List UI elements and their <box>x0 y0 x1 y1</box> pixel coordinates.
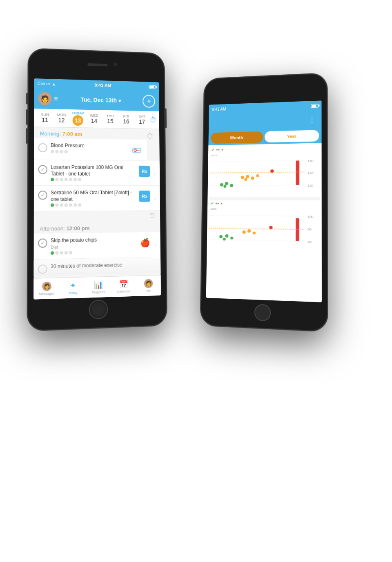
side-button-left-vol-down[interactable] <box>26 128 28 144</box>
tab-month[interactable]: Month <box>211 131 263 144</box>
task-sertraline[interactable]: Sertraline 50 MG Oral Tablet [Zoloft] - … <box>34 186 160 211</box>
back-status-time: 9:41 AM <box>212 107 226 111</box>
task-content-losartan: Losartan Potassium 100 MG Oral Tablet - … <box>51 164 135 181</box>
task-icon-bp <box>130 144 143 157</box>
schedule-clock-icon[interactable]: ⏱ <box>150 116 157 124</box>
date-fri[interactable]: FRI 16 <box>118 114 134 124</box>
home-button[interactable] <box>89 300 108 320</box>
task-check-chips[interactable] <box>38 239 47 248</box>
back-phone-home-button[interactable] <box>254 304 271 322</box>
progress-dots-chips <box>51 250 136 255</box>
svg-text:90: 90 <box>307 227 312 231</box>
dot-los-2 <box>55 178 58 181</box>
chart-bottom-label: sure <box>209 207 320 212</box>
svg-point-9 <box>241 176 244 179</box>
task-check-blood-pressure[interactable] <box>38 143 47 152</box>
svg-point-10 <box>246 175 249 178</box>
chevron-down-top: ▾ <box>221 148 223 152</box>
scene: 9:41 AM ⋮ Month Year <box>0 0 392 562</box>
rx-badge-sertraline: Rx <box>139 191 150 202</box>
status-time: 9:41 AM <box>95 83 111 88</box>
morning-clock-icon: ⏱ <box>147 132 154 141</box>
svg-point-8 <box>223 185 226 188</box>
chart-bottom-label-row: ✔ ●● ▾ <box>209 200 320 207</box>
bp-monitor-icon <box>131 144 142 156</box>
chevron-right-chips: › <box>155 242 157 248</box>
nav-messages-avatar: 👩 <box>42 282 51 291</box>
tab-year[interactable]: Year <box>265 130 319 142</box>
chevron-right-sertraline: › <box>154 195 156 202</box>
nav-me-label: Me <box>146 289 151 293</box>
task-subtitle-chips: Diet <box>51 244 136 250</box>
bottom-nav: 👩 Messages ✦ Today 📊 Progress 📅 Calendar… <box>33 275 161 300</box>
task-check-exercise[interactable] <box>38 264 47 274</box>
svg-line-0 <box>210 160 305 162</box>
side-button-left-vol-up[interactable] <box>26 109 28 125</box>
camera <box>114 62 117 66</box>
back-header: ⋮ <box>209 110 322 131</box>
progress-dots-sertraline <box>51 203 135 207</box>
avatar[interactable]: 🧑 <box>38 92 52 105</box>
back-tabs-row: Month Year <box>208 128 321 145</box>
task-content-sertraline: Sertraline 50 MG Oral Tablet [Zoloft] - … <box>51 190 135 207</box>
speaker <box>87 63 107 67</box>
side-button-left-mute[interactable] <box>26 93 28 104</box>
svg-point-23 <box>219 235 223 238</box>
nav-messages-label: Messages <box>39 291 55 295</box>
task-exercise[interactable]: 30 minutes of moderate exercise <box>34 257 161 276</box>
dot-bp-3 <box>60 150 63 153</box>
add-button[interactable]: + <box>143 95 155 108</box>
task-icon-losartan: Rx <box>138 165 151 178</box>
task-skip-chips[interactable]: Skip the potato chips Diet 🍎 › <box>34 232 160 260</box>
nav-messages[interactable]: 👩 Messages <box>33 281 60 296</box>
dot-los-6 <box>74 178 77 181</box>
nav-me[interactable]: 🧑 Me <box>136 279 161 293</box>
date-thu[interactable]: THU 15 <box>102 114 118 124</box>
dot-ser-6 <box>74 204 77 207</box>
progress-dots-losartan <box>51 178 135 181</box>
task-check-sertraline[interactable] <box>38 191 47 200</box>
svg-line-20 <box>209 240 305 241</box>
date-sat[interactable]: SAT 17 <box>134 114 150 125</box>
nav-progress-label: Progress <box>92 290 105 294</box>
date-wed[interactable]: WED 14 <box>86 113 102 124</box>
date-sun[interactable]: SUN 11 <box>37 112 53 123</box>
dot-los-7 <box>78 178 81 181</box>
svg-line-1 <box>209 173 305 173</box>
date-today[interactable]: TODAY 13 <box>70 111 86 126</box>
task-title-exercise: 30 minutes of moderate exercise <box>51 261 157 270</box>
nav-today[interactable]: ✦ Today <box>60 281 86 295</box>
dot-los-1 <box>51 178 54 181</box>
nav-progress[interactable]: 📊 Progress <box>86 280 111 294</box>
dot-chips-3 <box>60 251 63 254</box>
dot-ser-2 <box>55 204 58 207</box>
svg-line-4 <box>209 172 305 173</box>
task-check-losartan[interactable] <box>38 165 47 174</box>
date-mon[interactable]: MON 12 <box>53 113 69 124</box>
task-losartan[interactable]: Losartan Potassium 100 MG Oral Tablet - … <box>34 160 160 186</box>
nav-calendar[interactable]: 📅 Calendar <box>111 279 136 293</box>
svg-point-12 <box>256 174 259 177</box>
svg-line-19 <box>209 228 304 229</box>
svg-point-7 <box>230 184 233 187</box>
task-content-exercise: 30 minutes of moderate exercise <box>51 261 157 271</box>
hamburger-icon[interactable]: ≡ <box>54 95 58 102</box>
svg-rect-21 <box>296 218 299 241</box>
dot-bp-4 <box>65 150 68 153</box>
title-chevron: ▾ <box>118 98 121 104</box>
svg-point-25 <box>230 237 233 240</box>
back-menu-icon[interactable]: ⋮ <box>308 115 316 124</box>
dot-los-4 <box>65 178 68 181</box>
side-button-right[interactable] <box>165 108 167 128</box>
rx-badge-losartan: Rx <box>139 166 150 177</box>
progress-icon: 📊 <box>94 280 103 290</box>
back-chart-body: ✔ ●● ▾ sure <box>206 143 322 302</box>
task-title-losartan: Losartan Potassium 100 MG Oral Tablet - … <box>51 164 135 177</box>
task-blood-pressure[interactable]: Blood Pressure <box>34 138 147 161</box>
chart-bottom-plot: 100 90 80 <box>208 211 320 252</box>
phone-front: Carrier ▲ 9:41 AM 🧑 ≡ Tue, Dec 13th ▾ <box>27 48 167 331</box>
chart-divider <box>209 197 320 200</box>
svg-point-5 <box>220 183 223 187</box>
date-strip: SUN 11 MON 12 TODAY 13 WED 14 THU 15 <box>34 109 159 129</box>
scroll-content: Morning: 7:00 am ⏱ Blood Pressure <box>34 127 161 276</box>
